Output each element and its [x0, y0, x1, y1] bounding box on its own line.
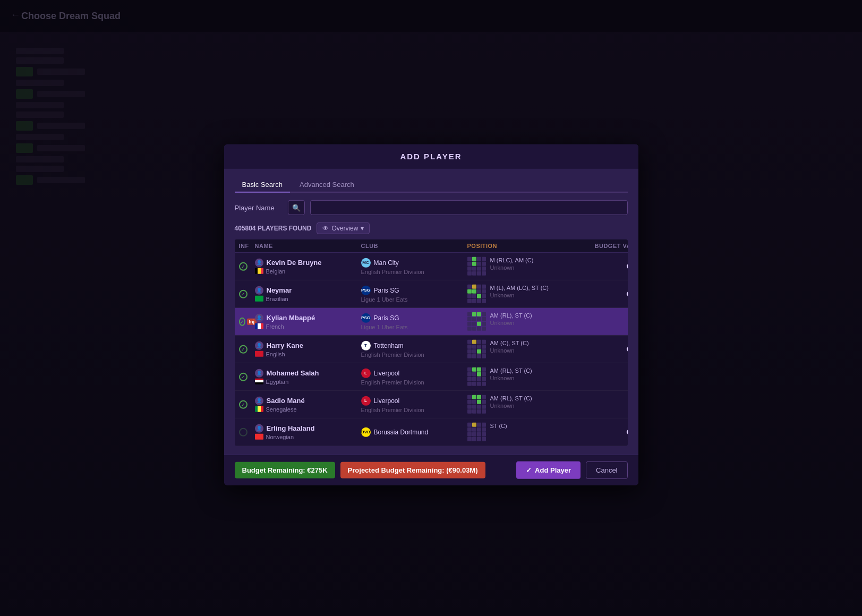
pos-dot [472, 432, 476, 437]
position-extra: Unknown [490, 292, 549, 298]
row-club-1: MC Man City English Premier Division [361, 258, 467, 275]
row-club-4: T Tottenham English Premier Division [361, 340, 467, 357]
pos-dot [467, 423, 472, 427]
pos-dot [477, 257, 481, 261]
pos-dot [467, 312, 472, 316]
pos-dot [482, 294, 486, 298]
check-icon: ✓ [239, 317, 245, 326]
nationality: French [266, 323, 284, 329]
pos-dot [482, 340, 486, 344]
pos-dot [477, 377, 481, 381]
table-row[interactable]: ✓ Inj 👤 Kylian Mbappé French [235, 308, 628, 336]
club-logo: L [361, 368, 371, 378]
table-row[interactable]: ✓ 👤 Sadio Mané Senegalese [235, 391, 628, 418]
pos-dot [467, 405, 472, 409]
table-row[interactable]: ✓ 👤 Mohamed Salah Egyptian [235, 363, 628, 391]
position-grid [467, 340, 486, 358]
club-name: Man City [374, 259, 399, 266]
add-player-button[interactable]: ✓ Add Player [516, 461, 581, 479]
nationality: Belgian [266, 268, 286, 274]
search-icon-button[interactable]: 🔍 [288, 200, 305, 215]
pos-dot [482, 299, 486, 303]
pos-dot [482, 257, 486, 261]
nationality: Norwegian [266, 433, 294, 440]
pos-dot [467, 349, 472, 354]
pos-dot [477, 299, 481, 303]
position-grid [467, 395, 486, 414]
league-name: English Premier Division [361, 268, 467, 275]
row-club-7: BVB Borussia Dortmund [361, 427, 467, 437]
table-body: ✓ 👤 Kevin De Bruyne Belgian [235, 253, 628, 446]
check-icon: ✓ [239, 262, 247, 270]
budget-remaining-value: €275K [307, 466, 327, 474]
search-input[interactable] [310, 200, 628, 215]
row-club-3: PSG Paris SG Ligue 1 Uber Eats [361, 313, 467, 330]
club-logo: MC [361, 258, 371, 267]
nationality: Brazilian [266, 295, 288, 302]
pos-dot [477, 423, 481, 427]
pos-dot [477, 294, 481, 298]
pos-dot [482, 400, 486, 404]
pos-dot [482, 345, 486, 349]
row-budget-3: €90M [595, 318, 628, 326]
pos-dot [477, 340, 481, 344]
overview-button[interactable]: 👁 Overview ▾ [317, 223, 370, 234]
position-text: AM (RL), ST (C) Unknown [490, 367, 532, 381]
row-inf-4: ✓ [239, 345, 255, 353]
pos-dot [467, 437, 472, 441]
pos-dot [477, 372, 481, 377]
pos-dot [472, 322, 476, 326]
league-name: English Premier Division [361, 379, 467, 385]
position-grid [467, 312, 486, 331]
tab-advanced-search[interactable]: Advanced Search [292, 177, 362, 193]
pos-dot [472, 285, 476, 289]
cancel-button[interactable]: Cancel [586, 461, 627, 479]
pos-dot [482, 271, 486, 276]
pos-dot [472, 423, 476, 427]
tab-basic-search[interactable]: Basic Search [235, 177, 291, 193]
row-club-5: L Liverpool English Premier Division [361, 368, 467, 385]
player-name: Kevin De Bruyne [267, 259, 322, 267]
club-name: Liverpool [374, 369, 400, 377]
pos-dot [472, 349, 476, 354]
player-name: Erling Haaland [267, 424, 315, 432]
row-name-5: 👤 Mohamed Salah Egyptian [255, 369, 361, 384]
avatar: 👤 [255, 424, 263, 432]
table-row[interactable]: 👤 Erling Haaland Norwegian BVB Borussia … [235, 418, 628, 446]
table-row[interactable]: ✓ 👤 Kevin De Bruyne Belgian [235, 253, 628, 280]
search-icon: 🔍 [292, 203, 301, 211]
check-icon: ✓ [239, 372, 247, 381]
footer-budget-info: Budget Remaining: €275K Projected Budget… [235, 462, 485, 478]
pos-dot [472, 340, 476, 344]
nationality: English [266, 350, 285, 357]
row-budget-5: €93M [595, 373, 628, 381]
pos-dot [482, 289, 486, 294]
table-row[interactable]: ✓ 👤 Harry Kane English [235, 336, 628, 363]
pos-dot [482, 327, 486, 331]
position-extra: Unknown [490, 320, 532, 326]
checkmark-icon: ✓ [526, 466, 532, 474]
club-logo: L [361, 396, 371, 405]
league-name: Ligue 1 Uber Eats [361, 296, 467, 302]
pos-dot [467, 427, 472, 432]
flag-icon [255, 296, 263, 302]
pos-dot [472, 437, 476, 441]
th-club: CLUB [361, 243, 467, 249]
pos-dot [482, 409, 486, 414]
position-grid [467, 285, 486, 303]
flag-icon [255, 323, 263, 329]
position-name: ST (C) [490, 423, 507, 429]
pos-dot [472, 327, 476, 331]
table-row[interactable]: ✓ 👤 Neymar Brazilian [235, 280, 628, 308]
row-budget-1: €104M [595, 262, 628, 270]
club-name: Liverpool [374, 397, 400, 404]
pos-dot [482, 382, 486, 386]
nationality: Senegalese [266, 406, 297, 412]
table-header: INF NAME CLUB POSITION BUDGET VALUE [235, 239, 628, 253]
position-name: M (L), AM (LC), ST (C) [490, 285, 549, 291]
nationality: Egyptian [266, 378, 289, 384]
projected-value: (€90.03M) [446, 466, 477, 474]
pos-dot [472, 405, 476, 409]
row-name-2: 👤 Neymar Brazilian [255, 286, 361, 302]
th-position: POSITION [467, 243, 595, 249]
